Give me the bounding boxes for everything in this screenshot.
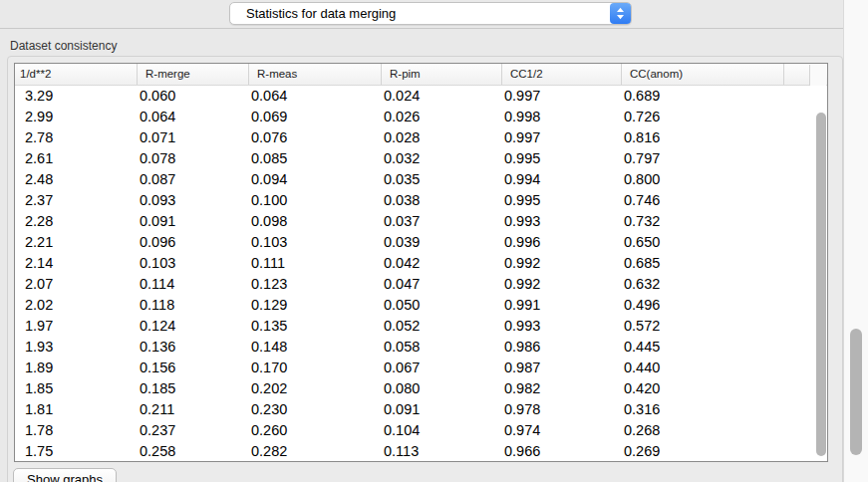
table-cell: 0.996	[501, 232, 621, 253]
table-cell: 0.114	[137, 274, 248, 295]
column-header[interactable]: R-merge	[137, 64, 248, 85]
table-cell: 0.037	[381, 211, 501, 232]
stats-table: 1/d**2R-mergeR-measR-pimCC1/2CC(anom) 3.…	[14, 63, 828, 462]
table-cell: 0.732	[621, 211, 783, 232]
table-cell: 0.098	[248, 211, 381, 232]
table-cell: 1.81	[15, 399, 137, 420]
table-row[interactable]: 2.780.0710.0760.0280.9970.816	[15, 127, 827, 148]
table-cell: 0.440	[621, 358, 783, 378]
table-row[interactable]: 1.930.1360.1480.0580.9860.445	[15, 337, 827, 358]
table-cell: 0.035	[381, 169, 501, 190]
table-cell: 0.136	[137, 337, 248, 358]
table-cell: 1.85	[15, 378, 137, 399]
table-row[interactable]: 1.780.2370.2600.1040.9740.268	[15, 420, 827, 441]
table-cell: 0.316	[621, 399, 783, 420]
table-cell: 0.071	[137, 127, 248, 148]
table-cell: 1.93	[15, 337, 137, 358]
table-cell: 0.135	[248, 316, 381, 337]
table-cell: 0.042	[381, 253, 501, 274]
table-cell: 0.067	[381, 358, 501, 378]
table-cell: 0.994	[501, 169, 621, 190]
table-row[interactable]: 2.140.1030.1110.0420.9920.685	[15, 253, 827, 274]
table-cell: 0.572	[621, 316, 783, 337]
table-row[interactable]: 2.020.1180.1290.0500.9910.496	[15, 295, 827, 316]
table-vertical-scrollbar[interactable]	[816, 113, 826, 456]
table-row[interactable]: 2.070.1140.1230.0470.9920.632	[15, 274, 827, 295]
table-cell: 0.039	[381, 232, 501, 253]
table-cell: 0.816	[621, 127, 783, 148]
table-cell: 0.993	[501, 316, 621, 337]
table-cell: 0.103	[248, 232, 381, 253]
table-cell: 0.096	[137, 232, 248, 253]
table-row[interactable]: 2.370.0930.1000.0380.9950.746	[15, 190, 827, 211]
table-row[interactable]: 2.990.0640.0690.0260.9980.726	[15, 107, 827, 127]
table-cell: 0.997	[501, 86, 621, 107]
table-cell: 0.078	[137, 148, 248, 169]
table-cell: 0.995	[501, 148, 621, 169]
table-cell: 0.978	[501, 399, 621, 420]
table-row[interactable]: 1.750.2580.2820.1130.9660.269	[15, 441, 827, 462]
table-cell: 1.75	[15, 441, 137, 462]
stats-table-body: 3.290.0600.0640.0240.9970.6892.990.0640.…	[15, 86, 827, 462]
table-cell: 2.07	[15, 274, 137, 295]
table-cell: 0.496	[621, 295, 783, 316]
table-scroll-corner	[809, 65, 826, 86]
table-cell: 0.982	[501, 378, 621, 399]
app-window: Statistics for data merging Dataset cons…	[0, 0, 868, 482]
table-cell: 0.069	[248, 107, 381, 127]
table-cell: 0.113	[381, 441, 501, 462]
table-cell: 0.991	[501, 295, 621, 316]
table-row[interactable]: 1.850.1850.2020.0800.9820.420	[15, 378, 827, 399]
table-row[interactable]: 3.290.0600.0640.0240.9970.689	[15, 86, 827, 107]
table-cell: 0.632	[621, 274, 783, 295]
table-cell: 0.987	[501, 358, 621, 378]
table-cell: 0.024	[381, 86, 501, 107]
table-cell: 0.026	[381, 107, 501, 127]
table-cell: 1.89	[15, 358, 137, 378]
table-cell: 2.37	[15, 190, 137, 211]
table-cell: 0.093	[137, 190, 248, 211]
table-row[interactable]: 2.480.0870.0940.0350.9940.800	[15, 169, 827, 190]
window-scrollbar-track[interactable]	[843, 0, 868, 482]
table-cell: 2.61	[15, 148, 137, 169]
table-cell: 0.032	[381, 148, 501, 169]
table-cell: 0.085	[248, 148, 381, 169]
table-cell: 0.260	[248, 420, 381, 441]
table-row[interactable]: 1.970.1240.1350.0520.9930.572	[15, 316, 827, 337]
table-row[interactable]: 2.280.0910.0980.0370.9930.732	[15, 211, 827, 232]
column-header[interactable]: CC1/2	[501, 64, 621, 85]
table-cell: 0.087	[137, 169, 248, 190]
table-cell: 0.992	[501, 253, 621, 274]
table-cell: 2.48	[15, 169, 137, 190]
table-cell: 0.211	[137, 399, 248, 420]
column-header[interactable]: R-meas	[248, 64, 381, 85]
table-cell: 0.064	[137, 107, 248, 127]
statistics-mode-select[interactable]: Statistics for data merging	[229, 2, 632, 25]
table-cell: 0.445	[621, 337, 783, 358]
column-header[interactable]: R-pim	[381, 64, 501, 85]
table-cell: 0.268	[621, 420, 783, 441]
table-row[interactable]: 2.610.0780.0850.0320.9950.797	[15, 148, 827, 169]
show-graphs-button[interactable]: Show graphs	[13, 468, 117, 482]
table-cell: 0.111	[248, 253, 381, 274]
table-cell: 0.047	[381, 274, 501, 295]
table-cell: 0.123	[248, 274, 381, 295]
stats-table-header: 1/d**2R-mergeR-measR-pimCC1/2CC(anom)	[15, 64, 827, 86]
table-cell: 0.050	[381, 295, 501, 316]
table-cell: 0.148	[248, 337, 381, 358]
table-row[interactable]: 1.890.1560.1700.0670.9870.440	[15, 358, 827, 378]
table-cell: 0.974	[501, 420, 621, 441]
table-row[interactable]: 2.210.0960.1030.0390.9960.650	[15, 232, 827, 253]
table-cell: 0.094	[248, 169, 381, 190]
table-cell: 0.726	[621, 107, 783, 127]
table-cell: 0.080	[381, 378, 501, 399]
table-cell: 0.992	[501, 274, 621, 295]
table-cell: 3.29	[15, 86, 137, 107]
table-cell: 0.100	[248, 190, 381, 211]
window-scrollbar-thumb[interactable]	[850, 329, 862, 455]
table-row[interactable]: 1.810.2110.2300.0910.9780.316	[15, 399, 827, 420]
column-header[interactable]: 1/d**2	[15, 64, 137, 85]
table-cell: 0.650	[621, 232, 783, 253]
column-header[interactable]: CC(anom)	[621, 64, 783, 85]
table-cell: 0.038	[381, 190, 501, 211]
